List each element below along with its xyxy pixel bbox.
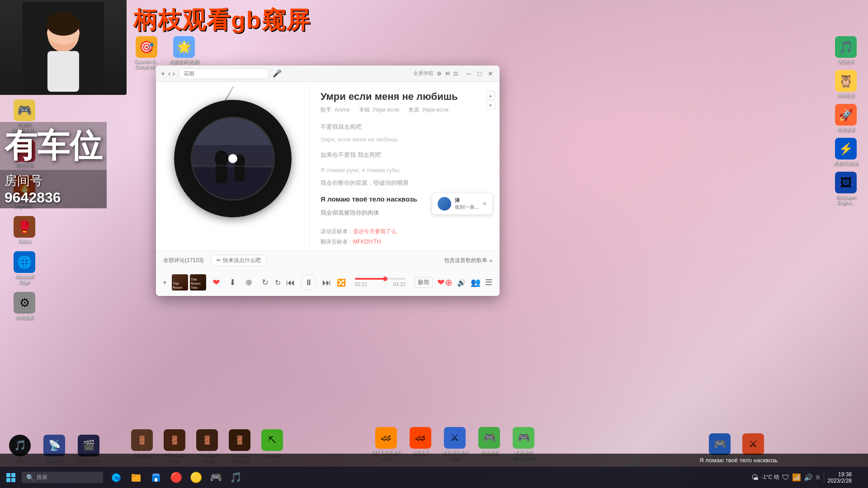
comment-popup: 泽 收到一条... ✕ xyxy=(432,193,493,215)
svg-rect-8 xyxy=(192,168,274,199)
translate-contributor-link[interactable]: MFKDIYTH xyxy=(353,239,381,245)
lyrics-btn[interactable]: 极简 xyxy=(415,277,433,288)
mail-icon[interactable]: ✉ xyxy=(445,70,450,77)
taskbar-game3[interactable]: 🎮 xyxy=(206,468,225,487)
svg-point-10 xyxy=(215,150,228,167)
quick-comment-btn[interactable]: ✏ 快来说点什么吧 xyxy=(211,255,266,266)
prev-btn[interactable]: ⏮ xyxy=(286,277,295,288)
playlist-thumbnails: The Room The RoomTwo xyxy=(172,274,206,291)
clock[interactable]: 19:38 2023/2/28 xyxy=(824,471,852,484)
desktop-icon-raka[interactable]: 🥊 RAKA xyxy=(9,216,40,244)
search-input[interactable] xyxy=(179,68,269,79)
search-label: 搜索 xyxy=(37,474,47,481)
explorer-icon xyxy=(131,472,142,483)
expand-btn[interactable]: ▾ xyxy=(161,70,165,77)
refresh-btn[interactable]: ↻ xyxy=(259,276,271,289)
sys-tray: 🌤 -1°C 晴 🛡 📶 🔊 英 xyxy=(751,473,820,482)
forward-btn[interactable]: › xyxy=(172,70,175,78)
svg-rect-13 xyxy=(235,165,245,181)
back-btn[interactable]: ‹ xyxy=(168,70,170,78)
loop-btn[interactable]: ↻ xyxy=(275,278,281,287)
lyric-bar-text: Я ломаю твоё тело насквозь xyxy=(699,457,778,464)
desktop-icon-wallpaper[interactable]: 🖼 WallpaperEngine... xyxy=(830,172,861,206)
playlist-btn[interactable]: ☰ xyxy=(485,277,492,287)
taskbar-search[interactable]: 🔍 搜索 xyxy=(22,472,103,483)
stream-text: 有车位 xyxy=(0,122,107,170)
start-button[interactable] xyxy=(0,467,22,488)
next-btn[interactable]: ⏭ xyxy=(322,277,331,288)
weather-text: -1°C 晴 xyxy=(761,474,779,481)
desktop-icon-control-panel[interactable]: ⚙ 控制面板 xyxy=(9,292,40,320)
current-time: 02:21 xyxy=(355,282,368,287)
player-lyrics-panel: Умри если меня не любишь 歌手 Anime 专辑 Умр… xyxy=(310,82,500,251)
svg-rect-19 xyxy=(11,478,15,482)
like-btn[interactable]: ❤ xyxy=(210,276,222,289)
progress-bar[interactable] xyxy=(355,278,406,280)
comment-text: 泽 收到一条... xyxy=(455,197,479,211)
taskbar-edge[interactable] xyxy=(107,468,126,487)
album-meta: 专辑 Умри если xyxy=(359,106,399,114)
stream-info: 有车位 房间号 9642836 xyxy=(0,122,107,208)
cam-content xyxy=(0,0,127,95)
desktop-icon-cs[interactable]: 🎯 Counter-S...Global off... xyxy=(131,36,162,70)
svg-rect-14 xyxy=(192,118,274,145)
download-btn[interactable]: ⬇ xyxy=(226,276,239,289)
shuffle-btn[interactable]: 🔀 xyxy=(337,278,346,287)
taskbar-store[interactable] xyxy=(146,468,165,487)
scroll-contributor-link[interactable]: 是还今天要我了么 xyxy=(353,228,396,235)
mic-icon[interactable]: 🎤 xyxy=(273,69,282,78)
window-buttons: ─ □ ✕ xyxy=(465,70,494,77)
minimize-btn[interactable]: ─ xyxy=(465,70,472,77)
desktop-icons-right: 🎵 QQ音乐 🦉 WW生活 🚀 有加速器 ⚡ 网易UU加速 🖼 Wallpape… xyxy=(830,36,861,206)
taskbar-game2[interactable]: 🟡 xyxy=(186,468,205,487)
close-btn[interactable]: ✕ xyxy=(487,70,494,77)
comment-close-btn[interactable]: ✕ xyxy=(482,201,487,207)
taskbar-apps: 🔴 🟡 🎮 🎵 xyxy=(103,468,249,487)
progress-thumb[interactable] xyxy=(383,277,387,281)
collapse-btn[interactable]: ▾ xyxy=(163,279,166,286)
lyric-5: 我会折断你的双翼，咬破你的嘴唇 xyxy=(321,177,489,189)
taskbar-game[interactable]: 🔴 xyxy=(166,468,185,487)
show-desktop-btn[interactable] xyxy=(855,467,863,488)
desktop-icon-accelerator[interactable]: 🚀 有加速器 xyxy=(830,104,861,132)
artist-meta: 歌手 Anime xyxy=(321,106,350,114)
thumb-1[interactable]: The Room xyxy=(172,274,188,291)
pip-icon[interactable]: ⊡ xyxy=(453,70,458,77)
svg-point-9 xyxy=(197,164,269,171)
maximize-btn[interactable]: □ xyxy=(476,70,483,77)
desktop-icon-ww[interactable]: 🦉 WW生活 xyxy=(830,70,861,99)
lyric-bar: Я ломаю твоё тело насквозь xyxy=(0,454,868,466)
playlist-tab[interactable]: 包含这首歌的歌单 » xyxy=(444,257,492,264)
desktop-icon-edge[interactable]: 🌐 MicrosoftEdge xyxy=(9,251,40,285)
svg-rect-11 xyxy=(216,165,227,183)
taskbar-explorer[interactable] xyxy=(127,468,146,487)
tray-shield[interactable]: 🛡 xyxy=(782,474,789,482)
lyric-4: Я ломаю руки, я ломаю губы xyxy=(321,164,489,176)
right-controls: 极简 ❤⊕ 🔊 👥 ☰ xyxy=(415,277,492,288)
cam-overlay xyxy=(0,0,127,95)
player-left-panel xyxy=(156,82,310,251)
tray-network[interactable]: 📶 xyxy=(792,473,801,482)
taskbar-music[interactable]: 🎵 xyxy=(226,468,245,487)
desktop: 柄枝观看gb窥屏 有车位 房间号 9642836 🎯 Counter-S...G… xyxy=(0,0,868,488)
desktop-icon-world[interactable]: 🌟 光遇世界(光遇) xyxy=(169,36,199,70)
scroll-down[interactable]: ▼ xyxy=(486,101,495,110)
edge-icon xyxy=(111,472,122,483)
comments-tab[interactable]: 全部评论(17103) xyxy=(163,257,203,264)
thumb-2[interactable]: The RoomTwo xyxy=(190,274,206,291)
scroll-up[interactable]: ▲ xyxy=(486,91,495,100)
volume-btn[interactable]: 🔊 xyxy=(457,278,466,287)
desktop-icon-uu[interactable]: ⚡ 网易UU加速 xyxy=(830,138,861,166)
offline-btn[interactable]: ⊕ xyxy=(242,276,255,289)
social-btn[interactable]: 👥 xyxy=(471,277,481,287)
tray-volume[interactable]: 🔊 xyxy=(804,473,813,482)
svg-rect-3 xyxy=(47,51,79,92)
store-icon xyxy=(151,472,161,483)
album-art xyxy=(174,100,292,217)
svg-rect-23 xyxy=(132,474,135,476)
heart-btn[interactable]: ❤⊕ xyxy=(437,277,453,288)
settings-icon[interactable]: ⚙ xyxy=(437,70,442,77)
play-pause-btn[interactable]: ⏸ xyxy=(301,274,317,291)
desktop-icon-qqmusic[interactable]: 🎵 QQ音乐 xyxy=(830,36,861,65)
player-bottom: 全部评论(17103) ✏ 快来说点什么吧 包含这首歌的歌单 » ▾ The R… xyxy=(156,251,500,296)
